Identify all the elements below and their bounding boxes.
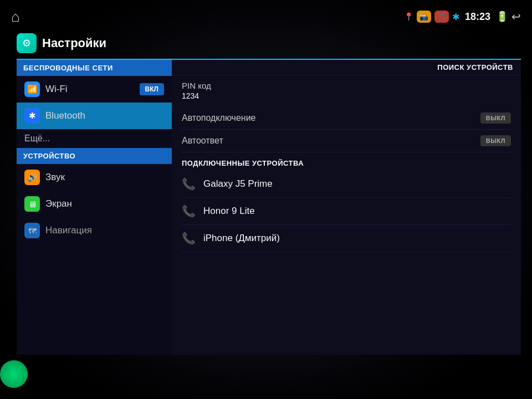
auto-answer-toggle[interactable]: ВЫКЛ: [480, 135, 511, 146]
device-name-1: Galaxy J5 Prime: [203, 178, 273, 190]
auto-answer-label: Автоответ: [182, 136, 223, 146]
settings-header: ⚙ Настройки: [17, 33, 521, 55]
screen-icon: 🖥: [24, 196, 40, 212]
camera-icon: 📷: [417, 11, 431, 23]
sound-label: Звук: [45, 172, 65, 183]
content-top-bar: ПОИСК УСТРОЙСТВ: [172, 60, 521, 75]
auto-connect-label: Автоподключение: [182, 113, 255, 123]
phone-icon-2: 📞: [182, 204, 196, 218]
bluetooth-icon: ✱: [24, 108, 40, 124]
screen: ⌂ 📍 📷 🎵 ✱ 18:23 🔋 ↩ ⚙ Настройки БЕСПРОВО…: [0, 0, 532, 399]
settings-panel: ⚙ Настройки БЕСПРОВОДНЫЕ СЕТИ 📶 Wi-Fi ВК…: [17, 33, 521, 355]
device-item-2[interactable]: 📞 Honor 9 Lite: [182, 198, 511, 225]
pin-icon: 📍: [404, 12, 413, 21]
sidebar-item-more[interactable]: Ещё...: [17, 129, 172, 148]
wifi-icon: 📶: [24, 81, 40, 97]
section-wireless: БЕСПРОВОДНЫЕ СЕТИ: [17, 60, 172, 76]
device-name-3: iPhone (Дмитрий): [203, 233, 280, 244]
bottom-circle-decoration: [0, 360, 28, 388]
connected-devices-header: ПОДКЛЮЧЕННЫЕ УСТРОЙСТВА: [182, 159, 511, 167]
sidebar: БЕСПРОВОДНЫЕ СЕТИ 📶 Wi-Fi ВКЛ ✱ Bluetoot…: [17, 60, 172, 355]
nav-label: Навигация: [45, 225, 92, 236]
bluetooth-status-icon: ✱: [452, 12, 459, 22]
device-name-2: Honor 9 Lite: [203, 206, 255, 217]
sidebar-item-sound[interactable]: 🔊 Звук: [17, 164, 172, 191]
sidebar-item-bluetooth[interactable]: ✱ Bluetooth: [17, 103, 172, 129]
screen-label: Экран: [45, 198, 72, 209]
settings-icon: ⚙: [17, 33, 37, 53]
home-icon[interactable]: ⌂: [11, 8, 20, 25]
music-icon: 🎵: [434, 11, 449, 23]
phone-icon-1: 📞: [182, 177, 196, 191]
status-time: 18:23: [465, 11, 490, 23]
search-devices-button[interactable]: ПОИСК УСТРОЙСТВ: [437, 63, 513, 71]
phone-icon-3: 📞: [182, 232, 196, 245]
settings-title: Настройки: [42, 36, 106, 50]
status-right: 📍 📷 🎵 ✱ 18:23 🔋 ↩: [404, 10, 521, 23]
section-device: УСТРОЙСТВО: [17, 148, 172, 164]
sidebar-item-screen[interactable]: 🖥 Экран: [17, 191, 172, 217]
pin-label: PIN код: [182, 81, 511, 90]
auto-connect-row: Автоподключение ВЫКЛ: [182, 107, 511, 130]
battery-icon: 🔋: [496, 11, 508, 23]
status-bar: ⌂ 📍 📷 🎵 ✱ 18:23 🔋 ↩: [0, 4, 532, 29]
content-body: PIN код 1234 Автоподключение ВЫКЛ Автоот…: [172, 75, 521, 258]
sound-icon: 🔊: [24, 170, 40, 185]
pin-value: 1234: [182, 91, 511, 100]
nav-icon: 🗺: [24, 223, 40, 238]
pin-section: PIN код 1234: [182, 81, 511, 100]
sidebar-item-wifi[interactable]: 📶 Wi-Fi ВКЛ: [17, 76, 172, 103]
wifi-label: Wi-Fi: [45, 84, 68, 95]
auto-answer-row: Автоответ ВЫКЛ: [182, 130, 511, 152]
back-icon[interactable]: ↩: [511, 10, 521, 23]
wifi-toggle-button[interactable]: ВКЛ: [140, 83, 164, 95]
content-panel: ПОИСК УСТРОЙСТВ PIN код 1234 Автоподключ…: [172, 60, 521, 355]
sidebar-item-navigation[interactable]: 🗺 Навигация: [17, 217, 172, 244]
device-item-3[interactable]: 📞 iPhone (Дмитрий): [182, 225, 511, 252]
two-columns-layout: БЕСПРОВОДНЫЕ СЕТИ 📶 Wi-Fi ВКЛ ✱ Bluetoot…: [17, 59, 521, 355]
bluetooth-label: Bluetooth: [45, 110, 85, 121]
device-item-1[interactable]: 📞 Galaxy J5 Prime: [182, 171, 511, 198]
auto-connect-toggle[interactable]: ВЫКЛ: [480, 112, 511, 124]
